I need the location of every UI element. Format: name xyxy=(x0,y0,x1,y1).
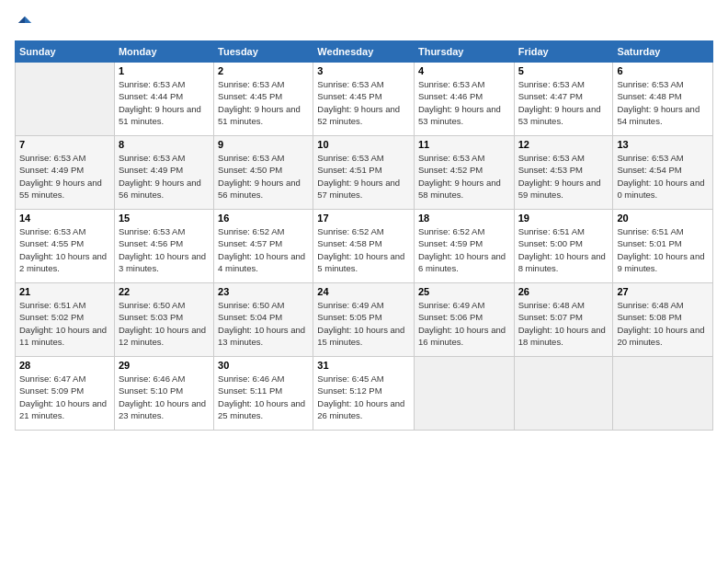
calendar-cell: 26Sunrise: 6:48 AMSunset: 5:07 PMDayligh… xyxy=(514,283,613,357)
day-number: 4 xyxy=(418,65,510,76)
day-number: 13 xyxy=(617,139,709,150)
day-number: 27 xyxy=(617,286,709,297)
day-number: 2 xyxy=(218,65,309,76)
calendar-cell: 11Sunrise: 6:53 AMSunset: 4:52 PMDayligh… xyxy=(414,136,514,210)
day-number: 28 xyxy=(19,360,110,371)
day-info: Sunrise: 6:51 AMSunset: 5:02 PMDaylight:… xyxy=(19,299,110,348)
day-info: Sunrise: 6:53 AMSunset: 4:47 PMDaylight:… xyxy=(518,78,609,127)
day-number: 25 xyxy=(418,286,510,297)
day-number: 6 xyxy=(617,65,709,76)
calendar-cell: 4Sunrise: 6:53 AMSunset: 4:46 PMDaylight… xyxy=(414,63,514,136)
calendar-cell: 1Sunrise: 6:53 AMSunset: 4:44 PMDaylight… xyxy=(114,63,213,136)
day-info: Sunrise: 6:46 AMSunset: 5:10 PMDaylight:… xyxy=(119,373,210,421)
calendar-cell xyxy=(514,357,613,431)
calendar-week-row: 28Sunrise: 6:47 AMSunset: 5:09 PMDayligh… xyxy=(16,357,713,431)
day-number: 5 xyxy=(518,65,609,76)
calendar-cell: 15Sunrise: 6:53 AMSunset: 4:56 PMDayligh… xyxy=(114,210,213,283)
day-info: Sunrise: 6:53 AMSunset: 4:56 PMDaylight:… xyxy=(119,225,210,274)
calendar-cell xyxy=(414,357,514,431)
calendar-cell: 27Sunrise: 6:48 AMSunset: 5:08 PMDayligh… xyxy=(613,283,713,357)
day-info: Sunrise: 6:49 AMSunset: 5:06 PMDaylight:… xyxy=(418,299,510,348)
calendar-cell: 7Sunrise: 6:53 AMSunset: 4:49 PMDaylight… xyxy=(16,136,115,210)
weekday-header-sunday: Sunday xyxy=(16,41,115,63)
day-info: Sunrise: 6:53 AMSunset: 4:54 PMDaylight:… xyxy=(617,152,709,201)
calendar-week-row: 1Sunrise: 6:53 AMSunset: 4:44 PMDaylight… xyxy=(16,63,713,136)
logo xyxy=(15,15,33,31)
calendar-cell: 25Sunrise: 6:49 AMSunset: 5:06 PMDayligh… xyxy=(414,283,514,357)
calendar-cell: 8Sunrise: 6:53 AMSunset: 4:49 PMDaylight… xyxy=(114,136,213,210)
day-number: 18 xyxy=(418,213,510,224)
day-number: 7 xyxy=(19,139,110,150)
day-info: Sunrise: 6:51 AMSunset: 5:00 PMDaylight:… xyxy=(518,225,609,274)
calendar-cell: 21Sunrise: 6:51 AMSunset: 5:02 PMDayligh… xyxy=(16,283,115,357)
calendar-cell: 31Sunrise: 6:45 AMSunset: 5:12 PMDayligh… xyxy=(313,357,415,431)
day-info: Sunrise: 6:52 AMSunset: 4:59 PMDaylight:… xyxy=(418,225,510,274)
header xyxy=(15,15,713,31)
day-info: Sunrise: 6:53 AMSunset: 4:45 PMDaylight:… xyxy=(218,78,309,127)
day-info: Sunrise: 6:52 AMSunset: 4:58 PMDaylight:… xyxy=(317,225,410,274)
calendar-cell: 16Sunrise: 6:52 AMSunset: 4:57 PMDayligh… xyxy=(214,210,313,283)
day-number: 15 xyxy=(119,213,210,224)
calendar-cell: 29Sunrise: 6:46 AMSunset: 5:10 PMDayligh… xyxy=(114,357,213,431)
weekday-header-monday: Monday xyxy=(114,41,213,63)
day-number: 21 xyxy=(19,286,110,297)
day-info: Sunrise: 6:49 AMSunset: 5:05 PMDaylight:… xyxy=(317,299,410,348)
calendar-cell: 20Sunrise: 6:51 AMSunset: 5:01 PMDayligh… xyxy=(613,210,713,283)
day-info: Sunrise: 6:50 AMSunset: 5:04 PMDaylight:… xyxy=(218,299,309,348)
calendar-cell xyxy=(613,357,713,431)
day-number: 24 xyxy=(317,286,410,297)
day-info: Sunrise: 6:53 AMSunset: 4:51 PMDaylight:… xyxy=(317,152,410,201)
day-number: 22 xyxy=(119,286,210,297)
day-number: 23 xyxy=(218,286,309,297)
calendar-page: SundayMondayTuesdayWednesdayThursdayFrid… xyxy=(0,0,728,563)
calendar-cell: 14Sunrise: 6:53 AMSunset: 4:55 PMDayligh… xyxy=(16,210,115,283)
calendar-week-row: 7Sunrise: 6:53 AMSunset: 4:49 PMDaylight… xyxy=(16,136,713,210)
weekday-header-wednesday: Wednesday xyxy=(313,41,415,63)
calendar-cell: 10Sunrise: 6:53 AMSunset: 4:51 PMDayligh… xyxy=(313,136,415,210)
weekday-header-row: SundayMondayTuesdayWednesdayThursdayFrid… xyxy=(16,41,713,63)
weekday-header-thursday: Thursday xyxy=(414,41,514,63)
day-number: 16 xyxy=(218,213,309,224)
calendar-cell: 5Sunrise: 6:53 AMSunset: 4:47 PMDaylight… xyxy=(514,63,613,136)
day-info: Sunrise: 6:53 AMSunset: 4:49 PMDaylight:… xyxy=(19,152,110,201)
weekday-header-saturday: Saturday xyxy=(613,41,713,63)
day-number: 11 xyxy=(418,139,510,150)
day-info: Sunrise: 6:53 AMSunset: 4:53 PMDaylight:… xyxy=(518,152,609,201)
day-info: Sunrise: 6:53 AMSunset: 4:52 PMDaylight:… xyxy=(418,152,510,201)
calendar-cell: 12Sunrise: 6:53 AMSunset: 4:53 PMDayligh… xyxy=(514,136,613,210)
calendar-cell: 30Sunrise: 6:46 AMSunset: 5:11 PMDayligh… xyxy=(214,357,313,431)
day-number: 12 xyxy=(518,139,609,150)
calendar-table: SundayMondayTuesdayWednesdayThursdayFrid… xyxy=(15,40,713,431)
day-info: Sunrise: 6:53 AMSunset: 4:55 PMDaylight:… xyxy=(19,225,110,274)
day-info: Sunrise: 6:51 AMSunset: 5:01 PMDaylight:… xyxy=(617,225,709,274)
calendar-cell: 19Sunrise: 6:51 AMSunset: 5:00 PMDayligh… xyxy=(514,210,613,283)
calendar-cell: 6Sunrise: 6:53 AMSunset: 4:48 PMDaylight… xyxy=(613,63,713,136)
calendar-cell: 28Sunrise: 6:47 AMSunset: 5:09 PMDayligh… xyxy=(16,357,115,431)
day-info: Sunrise: 6:46 AMSunset: 5:11 PMDaylight:… xyxy=(218,373,309,421)
day-number: 10 xyxy=(317,139,410,150)
calendar-cell: 17Sunrise: 6:52 AMSunset: 4:58 PMDayligh… xyxy=(313,210,415,283)
day-info: Sunrise: 6:52 AMSunset: 4:57 PMDaylight:… xyxy=(218,225,309,274)
weekday-header-friday: Friday xyxy=(514,41,613,63)
day-info: Sunrise: 6:45 AMSunset: 5:12 PMDaylight:… xyxy=(317,373,410,421)
day-info: Sunrise: 6:53 AMSunset: 4:44 PMDaylight:… xyxy=(119,78,210,127)
svg-marker-0 xyxy=(25,17,31,23)
day-number: 29 xyxy=(119,360,210,371)
calendar-cell: 24Sunrise: 6:49 AMSunset: 5:05 PMDayligh… xyxy=(313,283,415,357)
day-number: 19 xyxy=(518,213,609,224)
calendar-cell: 3Sunrise: 6:53 AMSunset: 4:45 PMDaylight… xyxy=(313,63,415,136)
calendar-cell: 9Sunrise: 6:53 AMSunset: 4:50 PMDaylight… xyxy=(214,136,313,210)
calendar-cell: 18Sunrise: 6:52 AMSunset: 4:59 PMDayligh… xyxy=(414,210,514,283)
day-info: Sunrise: 6:50 AMSunset: 5:03 PMDaylight:… xyxy=(119,299,210,348)
day-info: Sunrise: 6:53 AMSunset: 4:46 PMDaylight:… xyxy=(418,78,510,127)
day-number: 31 xyxy=(317,360,410,371)
day-number: 17 xyxy=(317,213,410,224)
day-number: 26 xyxy=(518,286,609,297)
day-info: Sunrise: 6:47 AMSunset: 5:09 PMDaylight:… xyxy=(19,373,110,421)
day-info: Sunrise: 6:53 AMSunset: 4:49 PMDaylight:… xyxy=(119,152,210,201)
day-info: Sunrise: 6:53 AMSunset: 4:50 PMDaylight:… xyxy=(218,152,309,201)
day-info: Sunrise: 6:48 AMSunset: 5:08 PMDaylight:… xyxy=(617,299,709,348)
day-number: 20 xyxy=(617,213,709,224)
day-number: 8 xyxy=(119,139,210,150)
day-info: Sunrise: 6:48 AMSunset: 5:07 PMDaylight:… xyxy=(518,299,609,348)
